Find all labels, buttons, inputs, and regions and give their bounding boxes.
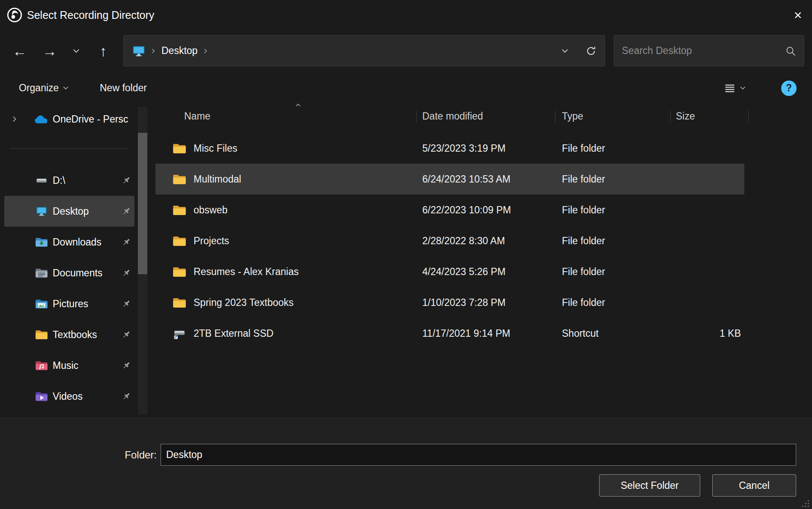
- file-row-obsweb[interactable]: obsweb 6/22/2023 10:09 PM File folder: [155, 195, 744, 225]
- column-headers: Name Date modified Type Size: [155, 104, 749, 129]
- recent-locations-button[interactable]: [66, 37, 86, 65]
- sidebar-item-label: Desktop: [53, 206, 89, 217]
- help-icon: ?: [781, 81, 797, 96]
- pin-icon[interactable]: [121, 206, 132, 217]
- sidebar-item-textbooks[interactable]: Textbooks: [4, 319, 134, 350]
- folder-icon: [173, 235, 186, 247]
- desktop-icon: [132, 45, 145, 57]
- desktop-icon: [35, 206, 48, 217]
- type-cell: Shortcut: [555, 328, 671, 339]
- help-button[interactable]: ?: [781, 72, 797, 104]
- sidebar-pinned-items: D:\ Desktop Downloads Documents: [0, 165, 155, 412]
- date-modified-cell: 6/22/2023 10:09 PM: [417, 204, 555, 216]
- search-icon[interactable]: [785, 45, 796, 57]
- sidebar-item-d-drive[interactable]: D:\: [4, 165, 134, 196]
- date-modified-cell: 6/24/2023 10:53 AM: [417, 174, 555, 185]
- folder-name-input[interactable]: [161, 444, 796, 466]
- pin-icon[interactable]: [121, 329, 132, 340]
- pin-icon[interactable]: [121, 175, 132, 186]
- organize-button[interactable]: Organize: [19, 72, 69, 104]
- date-modified-cell: 2/28/2022 8:30 AM: [417, 235, 555, 247]
- type-cell: File folder: [555, 204, 671, 216]
- sidebar-item-desktop[interactable]: Desktop: [4, 196, 134, 227]
- sidebar-item-onedrive[interactable]: OneDrive - Persc: [0, 106, 137, 132]
- expand-chevron-icon[interactable]: [11, 116, 18, 123]
- sidebar-item-label: Videos: [53, 391, 83, 402]
- size-cell: 1 KB: [671, 328, 744, 339]
- search-input[interactable]: [614, 35, 785, 66]
- back-button[interactable]: ←: [9, 37, 31, 65]
- file-row-projects[interactable]: Projects 2/28/2022 8:30 AM File folder: [155, 225, 744, 256]
- pictures-icon: [35, 298, 48, 309]
- file-name: Resumes - Alex Kranias: [194, 266, 299, 278]
- content-area: OneDrive - Persc D:\ Desktop Downloads: [0, 104, 812, 418]
- sidebar-item-downloads[interactable]: Downloads: [4, 227, 134, 257]
- refresh-icon: [585, 45, 597, 57]
- close-icon: ×: [794, 7, 802, 23]
- up-arrow-icon: ↑: [100, 44, 107, 58]
- address-bar[interactable]: Desktop: [123, 35, 605, 66]
- folder-icon: [173, 266, 186, 278]
- onedrive-icon: [34, 114, 49, 124]
- new-folder-button[interactable]: New folder: [100, 72, 147, 104]
- name-cell: Spring 2023 Textbooks: [155, 297, 417, 308]
- date-modified-cell: 11/17/2021 9:14 PM: [417, 328, 555, 339]
- sidebar-item-label: OneDrive - Persc: [53, 114, 136, 125]
- file-row-multimodal[interactable]: Multimodal 6/24/2023 10:53 AM File folde…: [155, 164, 744, 195]
- search-box: [614, 35, 804, 66]
- file-row-misc-files[interactable]: Misc Files 5/23/2023 3:19 PM File folder: [155, 133, 744, 164]
- column-label: Date modified: [422, 111, 483, 122]
- folder-icon: [35, 329, 48, 340]
- column-header-size[interactable]: Size: [671, 104, 749, 129]
- list-view-icon: [724, 82, 736, 94]
- chevron-right-icon: [150, 48, 156, 54]
- sidebar-scrollbar[interactable]: [138, 107, 147, 414]
- window-title: Select Recording Directory: [27, 9, 154, 21]
- address-dropdown-button[interactable]: [552, 36, 577, 66]
- name-cell: obsweb: [155, 204, 417, 216]
- scrollbar-thumb[interactable]: [138, 133, 147, 274]
- column-header-date-modified[interactable]: Date modified: [417, 104, 555, 129]
- sidebar-item-label: D:\: [53, 175, 65, 186]
- up-button[interactable]: ↑: [91, 37, 116, 65]
- name-cell: Misc Files: [155, 143, 417, 154]
- change-view-button[interactable]: [724, 72, 746, 104]
- sidebar-item-pictures[interactable]: Pictures: [4, 288, 134, 319]
- sidebar-divider: [10, 148, 128, 149]
- file-name: obsweb: [194, 204, 227, 216]
- pin-icon[interactable]: [121, 237, 132, 248]
- file-name: 2TB External SSD: [194, 328, 274, 339]
- file-row-resumes[interactable]: Resumes - Alex Kranias 4/24/2023 5:26 PM…: [155, 256, 744, 287]
- cancel-button[interactable]: Cancel: [712, 474, 796, 497]
- sidebar-item-music[interactable]: Music: [4, 350, 134, 381]
- file-rows: Misc Files 5/23/2023 3:19 PM File folder…: [155, 129, 744, 349]
- column-label: Name: [184, 111, 210, 122]
- pin-icon[interactable]: [121, 391, 132, 402]
- name-cell: Resumes - Alex Kranias: [155, 266, 417, 278]
- column-header-type[interactable]: Type: [555, 104, 671, 129]
- pin-icon[interactable]: [121, 298, 132, 309]
- sidebar-item-videos[interactable]: Videos: [4, 381, 134, 412]
- title-bar: Select Recording Directory ×: [0, 0, 812, 30]
- select-folder-button[interactable]: Select Folder: [599, 474, 700, 497]
- resize-grip[interactable]: [801, 499, 810, 508]
- refresh-button[interactable]: [577, 36, 605, 66]
- file-row-spring-textbooks[interactable]: Spring 2023 Textbooks 1/10/2023 7:28 PM …: [155, 287, 744, 318]
- documents-icon: [35, 267, 48, 278]
- file-name: Misc Files: [194, 143, 237, 154]
- pin-icon[interactable]: [121, 267, 132, 278]
- forward-button[interactable]: →: [39, 37, 61, 65]
- column-header-name[interactable]: Name: [155, 104, 417, 129]
- navigation-bar: ← → ↑ Desktop: [0, 30, 812, 72]
- close-button[interactable]: ×: [784, 0, 812, 30]
- sidebar-item-label: Documents: [53, 267, 102, 279]
- chevron-right-icon: [203, 48, 209, 54]
- file-row-external-ssd[interactable]: 2TB External SSD 11/17/2021 9:14 PM Shor…: [155, 318, 744, 349]
- sidebar-item-documents[interactable]: Documents: [4, 257, 134, 288]
- pin-icon[interactable]: [121, 360, 132, 371]
- music-icon: [35, 360, 48, 371]
- organize-label: Organize: [19, 82, 59, 94]
- forward-arrow-icon: →: [42, 44, 57, 58]
- breadcrumb[interactable]: Desktop: [161, 45, 197, 57]
- folder-icon: [173, 204, 186, 216]
